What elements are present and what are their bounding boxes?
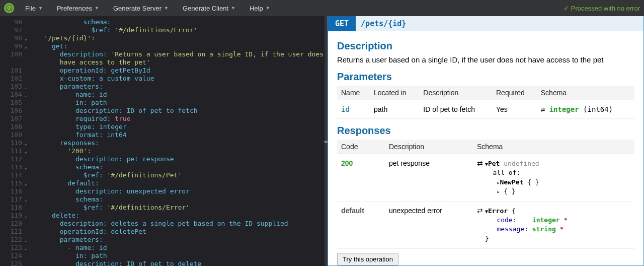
svg-text:{}: {} xyxy=(7,7,11,11)
chevron-down-icon: ▼ xyxy=(266,6,270,11)
table-row: defaultunexpected error⇄ ▼Error { code: … xyxy=(337,202,634,249)
response-desc: pet response xyxy=(385,154,473,202)
parameters-table: NameLocated inDescriptionRequiredSchema … xyxy=(337,86,634,119)
column-header: Description xyxy=(385,140,473,154)
response-desc: unexpected error xyxy=(385,202,473,249)
response-code: 200 xyxy=(337,154,385,202)
param-in: path xyxy=(370,100,419,119)
response-schema: ⇄ ▼Error { code: integer * message: stri… xyxy=(473,202,634,249)
menu-generate-server[interactable]: Generate Server▼ xyxy=(106,0,176,16)
http-method-badge: GET xyxy=(328,16,356,31)
check-icon: ✓ xyxy=(564,5,569,12)
column-header: Schema xyxy=(473,140,634,154)
doc-panel: GET /pets/{id} Description Returns a use… xyxy=(328,16,644,266)
response-code: default xyxy=(337,202,385,249)
responses-heading: Responses xyxy=(337,125,634,137)
line-gutter: 969798▾99▾100101102103▾104▾1051061071081… xyxy=(0,16,28,266)
swap-icon[interactable]: ⇄ xyxy=(477,207,483,215)
code-editor[interactable]: 969798▾99▾100101102103▾104▾1051061071081… xyxy=(0,16,325,266)
response-schema: ⇄ ▼Pet undefined all of: ▸NewPet { } ▸ {… xyxy=(473,154,634,202)
column-header: Code xyxy=(337,140,385,154)
table-row: idpathID of pet to fetchYes⇄ integer (in… xyxy=(337,100,634,119)
swap-icon[interactable]: ⇄ xyxy=(477,159,483,167)
column-header: Required xyxy=(492,86,537,100)
parameters-heading: Parameters xyxy=(337,71,634,83)
column-header: Schema xyxy=(537,86,634,100)
chevron-down-icon: ▼ xyxy=(231,6,235,11)
menu-generate-client[interactable]: Generate Client▼ xyxy=(176,0,243,16)
code-area[interactable]: schema: $ref: '#/definitions/Error' '/pe… xyxy=(28,16,325,266)
menu-help[interactable]: Help▼ xyxy=(243,0,277,16)
menu-file[interactable]: File▼ xyxy=(18,0,50,16)
swap-icon[interactable]: ⇄ xyxy=(541,105,545,113)
column-header: Description xyxy=(419,86,492,100)
try-operation-button[interactable]: Try this operation xyxy=(337,253,398,265)
description-heading: Description xyxy=(337,40,634,52)
operation-path: /pets/{id} xyxy=(356,16,411,31)
column-header: Located in xyxy=(370,86,419,100)
table-row: 200pet response⇄ ▼Pet undefined all of: … xyxy=(337,154,634,202)
menu-preferences[interactable]: Preferences▼ xyxy=(50,0,106,16)
description-text: Returns a user based on a single ID, if … xyxy=(337,55,634,65)
param-name: id xyxy=(337,100,370,119)
param-schema: ⇄ integer (int64) xyxy=(537,100,634,119)
status-message: ✓ Processed with no error xyxy=(564,5,640,12)
param-required: Yes xyxy=(492,100,537,119)
menubar: {} File▼Preferences▼Generate Server▼Gene… xyxy=(0,0,644,16)
swagger-logo: {} xyxy=(4,3,14,13)
responses-table: CodeDescriptionSchema 200pet response⇄ ▼… xyxy=(337,140,634,249)
column-header: Name xyxy=(337,86,370,100)
chevron-down-icon: ▼ xyxy=(164,6,169,11)
param-desc: ID of pet to fetch xyxy=(419,100,492,119)
main-split: 969798▾99▾100101102103▾104▾1051061071081… xyxy=(0,16,644,266)
operation-header[interactable]: GET /pets/{id} xyxy=(328,16,643,31)
chevron-down-icon: ▼ xyxy=(95,6,99,11)
chevron-down-icon: ▼ xyxy=(38,6,43,11)
